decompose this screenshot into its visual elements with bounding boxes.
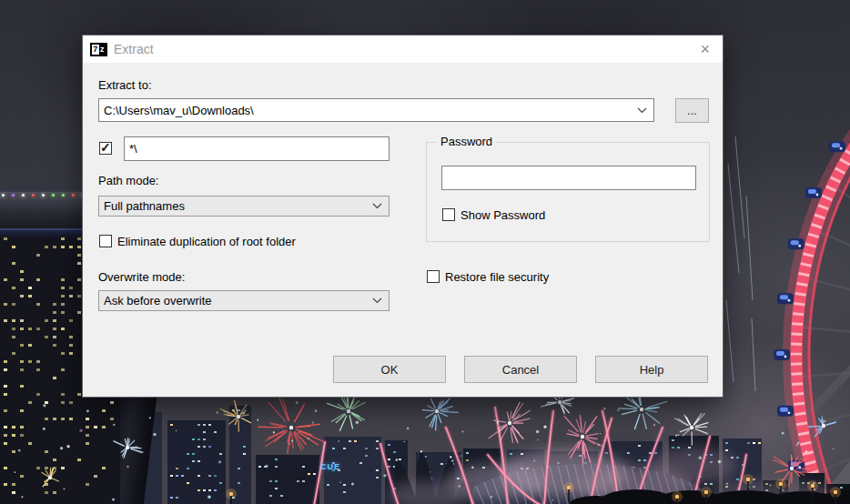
password-input[interactable] [441, 166, 696, 190]
password-group-label: Password [437, 135, 496, 148]
chevron-down-icon[interactable] [637, 107, 647, 114]
overwrite-mode-label: Overwrite mode: [98, 270, 185, 284]
wildcard-input[interactable] [124, 136, 390, 161]
extract-path-value: C:\Users\mav_u\Downloads\ [104, 104, 637, 117]
show-password-checkbox[interactable]: ✓ [442, 208, 455, 221]
browse-button[interactable]: ... [675, 98, 709, 123]
eliminate-duplication-label: Eliminate duplication of root folder [117, 235, 296, 248]
restore-file-security-checkbox[interactable]: ✓ [427, 270, 440, 283]
extract-to-label: Extract to: [98, 78, 152, 92]
wildcard-checkbox[interactable]: ✓ [99, 142, 112, 155]
7zip-app-icon: 7 z [90, 43, 107, 56]
extract-path-combobox[interactable]: C:\Users\mav_u\Downloads\ [98, 98, 654, 122]
path-mode-dropdown[interactable]: Full pathnames [98, 196, 390, 217]
show-password-label: Show Password [460, 208, 545, 222]
help-button[interactable]: Help [595, 356, 708, 383]
neon-sign: CUE [320, 462, 340, 471]
path-mode-label: Path mode: [98, 174, 159, 187]
chevron-down-icon[interactable] [372, 297, 382, 304]
overwrite-mode-value: Ask before overwrite [104, 294, 372, 307]
cancel-button[interactable]: Cancel [464, 356, 577, 383]
overwrite-mode-dropdown[interactable]: Ask before overwrite [98, 290, 390, 311]
restore-file-security-label: Restore file security [445, 270, 549, 284]
dialog-title: Extract [114, 42, 154, 56]
extract-dialog: 7 z Extract × Extract to: C:\Users\mav_u… [82, 35, 724, 398]
path-mode-value: Full pathnames [104, 199, 372, 213]
close-icon[interactable]: × [700, 39, 710, 59]
chevron-down-icon[interactable] [372, 203, 382, 209]
eliminate-duplication-checkbox[interactable]: ✓ [99, 235, 112, 247]
ok-button[interactable]: OK [333, 356, 446, 383]
dialog-titlebar[interactable]: 7 z Extract × [83, 35, 723, 63]
password-group: Password ✓ Show Password [426, 142, 710, 242]
